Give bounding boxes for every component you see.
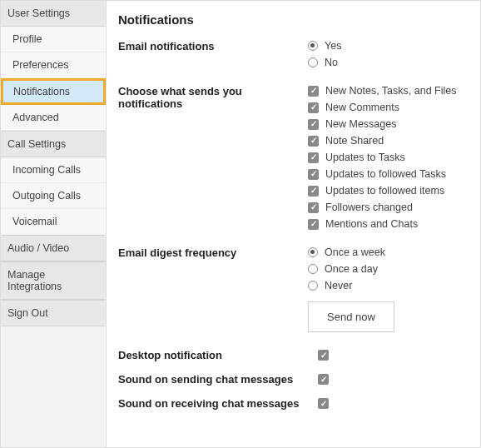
sound-send-label: Sound on sending chat messages [118,373,318,386]
choose-what-label: Choose what sends you notifications [118,85,308,230]
desktop-notification-row: Desktop notification [118,349,465,361]
desktop-notification-label: Desktop notification [118,349,318,361]
digest-label: Email digest frequency [118,246,308,332]
sidebar-item-incoming-calls[interactable]: Incoming Calls [1,157,106,183]
sidebar-section-user-settings: User Settings [1,1,106,27]
checkbox-option[interactable]: New Comments [308,102,465,113]
digest-row: Email digest frequency Once a week Once … [118,246,465,332]
sidebar-item-profile[interactable]: Profile [1,27,106,52]
checkbox-option[interactable]: Mentions and Chats [308,218,465,230]
sidebar-item-voicemail[interactable]: Voicemail [1,209,106,235]
sidebar-link-sign-out[interactable]: Sign Out [1,300,106,326]
checkbox-option[interactable]: Updates to followed Tasks [308,168,465,180]
checkbox-icon [308,136,319,147]
radio-option-once-day[interactable]: Once a day [308,263,465,275]
radio-label: Yes [325,40,341,52]
checkbox-label: Updates to Tasks [325,152,405,163]
checkbox-icon [308,202,319,213]
email-notifications-label: Email notifications [118,40,308,68]
radio-icon [308,57,318,67]
sidebar: User Settings Profile Preferences Notifi… [1,1,107,447]
desktop-notification-checkbox[interactable] [318,350,329,361]
sound-recv-label: Sound on receiving chat messages [118,397,318,410]
email-notifications-row: Email notifications Yes No [118,40,465,68]
checkbox-option[interactable]: Followers changed [308,202,465,213]
checkbox-label: Mentions and Chats [325,218,418,230]
sidebar-link-manage-integrations[interactable]: Manage Integrations [1,261,106,300]
sound-send-checkbox[interactable] [318,374,329,385]
choose-what-row: Choose what sends you notifications New … [118,85,465,230]
checkbox-option[interactable]: Updates to followed items [308,185,465,197]
checkbox-label: Updates to followed items [325,185,444,197]
radio-option-once-week[interactable]: Once a week [308,246,465,258]
checkbox-label: New Notes, Tasks, and Files [325,85,456,97]
radio-icon [308,264,318,274]
sidebar-item-outgoing-calls[interactable]: Outgoing Calls [1,183,106,209]
checkbox-icon [308,119,319,130]
send-now-button[interactable]: Send now [308,301,394,332]
checkbox-icon [308,169,319,180]
settings-window: User Settings Profile Preferences Notifi… [0,0,481,448]
radio-label: Never [325,280,352,291]
sidebar-link-audio-video[interactable]: Audio / Video [1,235,106,261]
sidebar-item-notifications[interactable]: Notifications [1,78,106,105]
radio-label: Once a day [325,263,378,275]
checkbox-option[interactable]: Updates to Tasks [308,152,465,163]
checkbox-label: New Comments [325,102,399,113]
checkbox-label: Followers changed [325,202,413,213]
sidebar-section-call-settings: Call Settings [1,131,106,157]
email-notifications-controls: Yes No [308,40,465,68]
radio-label: No [325,57,338,68]
sound-send-row: Sound on sending chat messages [118,373,465,386]
checkbox-option[interactable]: Note Shared [308,135,465,147]
main-content: Notifications Email notifications Yes No… [107,1,480,447]
sidebar-item-preferences[interactable]: Preferences [1,52,106,78]
radio-icon [308,41,318,51]
checkbox-label: New Messages [325,118,396,130]
checkbox-icon [308,152,319,163]
checkbox-icon [308,219,319,230]
checkbox-icon [308,102,319,113]
choose-what-controls: New Notes, Tasks, and FilesNew CommentsN… [308,85,465,230]
page-title: Notifications [118,12,465,27]
digest-controls: Once a week Once a day Never Send now [308,246,465,332]
sound-recv-row: Sound on receiving chat messages [118,397,465,410]
radio-option-no[interactable]: No [308,57,465,68]
sidebar-item-advanced[interactable]: Advanced [1,105,106,131]
radio-icon [308,247,318,257]
checkbox-icon [308,186,319,197]
checkbox-option[interactable]: New Notes, Tasks, and Files [308,85,465,97]
radio-option-yes[interactable]: Yes [308,40,465,52]
radio-option-never[interactable]: Never [308,280,465,291]
sound-recv-checkbox[interactable] [318,398,329,409]
checkbox-label: Updates to followed Tasks [325,168,446,180]
checkbox-label: Note Shared [325,135,384,147]
checkbox-option[interactable]: New Messages [308,118,465,130]
radio-label: Once a week [325,246,385,258]
radio-icon [308,281,318,291]
checkbox-icon [308,86,319,97]
